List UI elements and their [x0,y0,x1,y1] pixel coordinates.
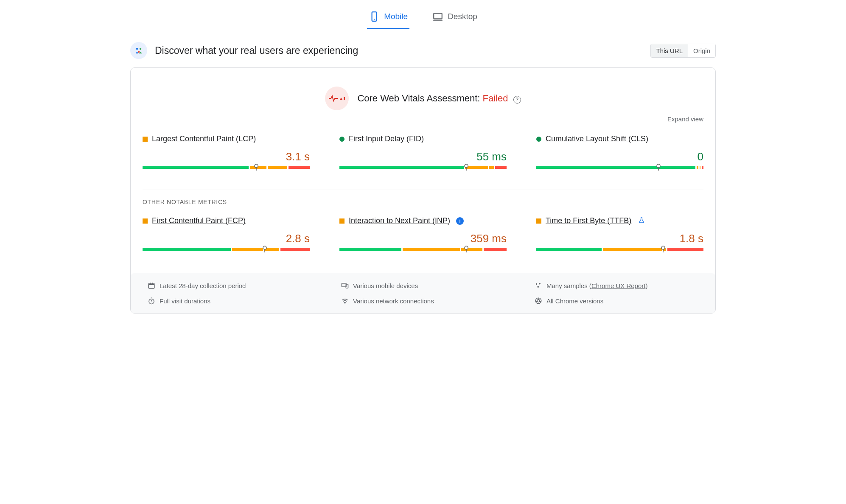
metric-value: 2.8 s [143,232,310,245]
scope-toggle: This URL Origin [650,44,716,58]
svg-rect-25 [342,283,347,287]
distribution-bar [339,248,507,256]
tab-mobile[interactable]: Mobile [367,8,409,29]
svg-rect-8 [344,97,345,100]
users-icon [130,42,147,59]
distribution-bar [143,248,310,256]
desktop-icon [432,11,443,22]
distribution-bar [339,166,507,174]
toggle-this-url[interactable]: This URL [651,44,688,57]
metric-name-link[interactable]: Interaction to Next Paint (INP) [349,216,450,225]
metric-value: 55 ms [339,150,507,163]
svg-point-6 [138,51,140,53]
metric: First Contentful Paint (FCP)2.8 s [143,216,310,256]
metric-name-link[interactable]: Largest Contentful Paint (LCP) [152,134,256,143]
tab-label: Desktop [448,12,477,21]
svg-point-9 [255,164,258,168]
metric-name-link[interactable]: First Contentful Paint (FCP) [152,216,246,225]
info-devices: Various mobile devices [341,282,505,289]
status-dot-warn-icon [143,218,148,224]
metric-value: 0 [536,150,703,163]
svg-rect-2 [434,13,442,19]
svg-rect-0 [372,12,377,21]
failed-icon [325,87,349,110]
status-dot-warn-icon [143,137,148,142]
distribution-bar [536,166,703,174]
svg-point-15 [263,246,266,249]
other-metrics-heading: OTHER NOTABLE METRICS [143,199,703,205]
info-versions: All Chrome versions [535,297,698,305]
svg-point-29 [537,286,539,288]
info-box: Latest 28-day collection period Various … [131,273,715,313]
info-connections: Various network connections [341,297,505,305]
header-row: Discover what your real users are experi… [130,42,716,59]
marker-icon [656,164,661,171]
svg-point-4 [136,48,138,50]
stopwatch-icon [148,297,155,305]
svg-point-13 [657,164,660,168]
tab-desktop[interactable]: Desktop [431,8,479,29]
tab-label: Mobile [384,12,408,21]
metric: Interaction to Next Paint (INP)i359 ms [339,216,507,256]
metric: Cumulative Layout Shift (CLS)0 [536,134,703,174]
metric-name-link[interactable]: Time to First Byte (TTFB) [546,216,631,225]
marker-icon [262,246,267,252]
svg-marker-7 [340,98,342,100]
metric-value: 3.1 s [143,150,310,163]
assessment-row: Core Web Vitals Assessment: Failed ? [143,87,703,110]
marker-icon [464,164,469,171]
svg-point-11 [465,164,468,168]
metric: Time to First Byte (TTFB)1.8 s [536,216,703,256]
assessment-status: Failed [483,93,508,104]
assessment-label: Core Web Vitals Assessment: [357,93,482,104]
svg-point-28 [539,283,541,285]
expand-view-button[interactable]: Expand view [143,115,703,123]
calendar-icon [148,282,155,289]
distribution-bar [536,248,703,256]
svg-point-27 [536,283,538,285]
experimental-flask-icon[interactable] [638,217,645,225]
svg-point-17 [465,246,468,249]
info-samples: Many samples (Chrome UX Report) [535,282,698,289]
metric-value: 359 ms [339,232,507,245]
device-tabs: Mobile Desktop [130,0,716,29]
field-data-card: Core Web Vitals Assessment: Failed ? Exp… [130,67,716,314]
mobile-icon [369,11,380,22]
assessment-text: Core Web Vitals Assessment: Failed ? [357,93,521,104]
metric-name-link[interactable]: Cumulative Layout Shift (CLS) [546,134,648,143]
distribution-bar [143,166,310,174]
toggle-origin[interactable]: Origin [688,44,715,57]
marker-icon [464,246,469,252]
status-dot-warn-icon [536,218,541,224]
info-icon[interactable]: i [456,217,464,225]
status-dot-warn-icon [339,218,345,224]
svg-point-33 [345,302,345,303]
help-icon[interactable]: ? [513,96,521,104]
chrome-ux-report-link[interactable]: Chrome UX Report [591,282,646,289]
scatter-icon [535,282,542,289]
other-metrics-grid: First Contentful Paint (FCP)2.8 sInterac… [143,216,703,256]
marker-icon [254,164,259,171]
network-icon [341,297,349,305]
svg-point-35 [537,300,540,302]
metric-name-link[interactable]: First Input Delay (FID) [349,134,424,143]
metric-value: 1.8 s [536,232,703,245]
status-dot-good-icon [536,137,541,142]
metric: First Input Delay (FID)55 ms [339,134,507,174]
info-durations: Full visit durations [148,297,311,305]
svg-rect-21 [148,283,154,288]
divider [143,190,703,190]
devices-icon [341,282,349,289]
status-dot-good-icon [339,137,345,142]
svg-point-5 [140,48,141,50]
page-title: Discover what your real users are experi… [155,45,358,56]
svg-point-19 [661,246,665,249]
info-period: Latest 28-day collection period [148,282,311,289]
metric: Largest Contentful Paint (LCP)3.1 s [143,134,310,174]
marker-icon [661,246,666,252]
core-metrics-grid: Largest Contentful Paint (LCP)3.1 sFirst… [143,134,703,174]
chrome-icon [535,297,542,305]
